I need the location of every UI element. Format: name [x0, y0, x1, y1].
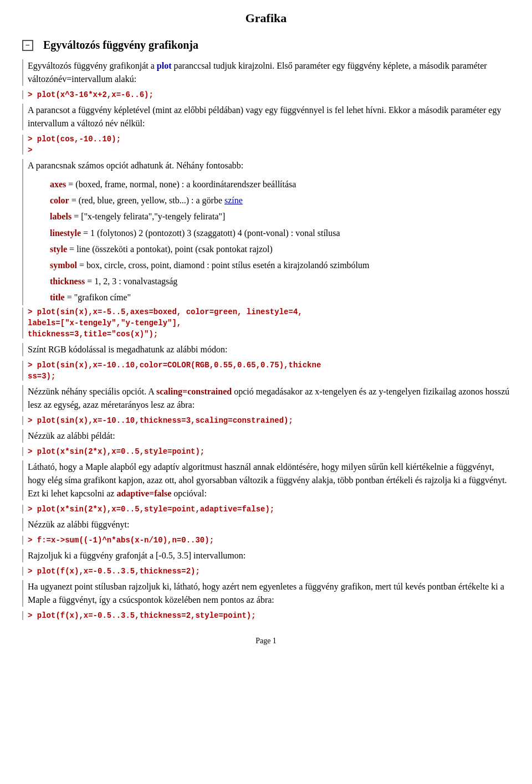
intro-paragraph: Egyváltozós függvény grafikonját a plot …: [28, 59, 510, 86]
para4-text: Színt RGB kódolással is megadhatunk az a…: [28, 343, 510, 356]
prompt-line-5: > plot(sin(x),x=-10..10,thickness=3,scal…: [28, 416, 510, 425]
code-10: > plot(f(x),x=-0.5..3.5,thickness=2,styl…: [28, 611, 256, 620]
para4-block: Színt RGB kódolással is megadhatunk az a…: [22, 343, 510, 356]
option-axes: axes = (boxed, frame, normal, none) : a …: [50, 177, 510, 192]
prompt-line-7: > plot(x*sin(2*x),x=0..5,style=point,ada…: [28, 505, 510, 514]
para8-block: Nézzük az alábbi függvényt:: [22, 518, 510, 531]
prompt-line-4a: > plot(sin(x),x=-10..10,color=COLOR(RGB,…: [28, 361, 510, 370]
para5-block: Nézzünk néhány speciális opciót. A scali…: [22, 385, 510, 412]
para6-block: Nézzük az alábbi példát:: [22, 429, 510, 443]
code-block-7: > plot(x*sin(2*x),x=0..5,style=point,ada…: [22, 505, 510, 514]
code-3c: thickness=3,title="cos(x)");: [28, 330, 158, 339]
para7-block: Látható, hogy a Maple alapból egy adaptí…: [22, 460, 510, 500]
para2-block: A parancsot a függvény képletével (mint …: [22, 104, 510, 130]
prompt-line-3b: labels=["x-tengely","y-tengely"],: [28, 319, 510, 327]
para10-text: Ha ugyanezt point stílusban rajzoljuk ki…: [28, 580, 510, 607]
para3-block: A parancsnak számos opciót adhatunk át. …: [22, 159, 510, 305]
page-title: Grafika: [22, 11, 510, 25]
option-labels: labels = ["x-tengely felirata","y-tengel…: [50, 209, 510, 224]
prompt-line-2: > plot(cos,-10..10);: [28, 135, 510, 144]
option-style: style = line (összeköti a pontokat), poi…: [50, 242, 510, 257]
code-4a: > plot(sin(x),x=-10..10,color=COLOR(RGB,…: [28, 361, 321, 370]
code-7: > plot(x*sin(2*x),x=0..5,style=point,ada…: [28, 505, 274, 514]
option-symbol: symbol = box, circle, cross, point, diam…: [50, 258, 510, 273]
code-3b: labels=["x-tengely","y-tengely"],: [28, 319, 181, 327]
options-block: axes = (boxed, frame, normal, none) : a …: [50, 177, 510, 305]
code-block-4: > plot(sin(x),x=-10..10,color=COLOR(RGB,…: [22, 361, 510, 381]
para5-text: Nézzünk néhány speciális opciót. A scali…: [28, 385, 510, 412]
para9-text: Rajzoljuk ki a függvény grafonját a [-0.…: [28, 549, 510, 562]
code-5: > plot(sin(x),x=-10..10,thickness=3,scal…: [28, 416, 293, 425]
code-4b: ss=3);: [28, 372, 55, 381]
prompt-line-3c: thickness=3,title="cos(x)");: [28, 330, 510, 339]
option-linestyle: linestyle = 1 (folytonos) 2 (pontozott) …: [50, 226, 510, 240]
para8-text: Nézzük az alábbi függvényt:: [28, 518, 510, 531]
code-1: > plot(x^3-16*x+2,x=-6..6);: [28, 90, 154, 99]
section-heading: − Egyváltozós függvény grafikonja: [22, 39, 510, 52]
prompt-line-6: > plot(x*sin(2*x),x=0..5,style=point);: [28, 447, 510, 456]
prompt-line-1: > plot(x^3-16*x+2,x=-6..6);: [28, 90, 510, 99]
code-3a: > plot(sin(x),x=-5..5,axes=boxed, color=…: [28, 308, 303, 316]
code-block-9: > plot(f(x),x=-0.5..3.5,thickness=2);: [22, 567, 510, 576]
code-9: > plot(f(x),x=-0.5..3.5,thickness=2);: [28, 567, 200, 576]
prompt-line-2b: >: [28, 146, 510, 155]
option-thickness: thickness = 1, 2, 3 : vonalvastagság: [50, 274, 510, 289]
code-2b: >: [28, 146, 32, 155]
para6-text: Nézzük az alábbi példát:: [28, 429, 510, 443]
para7-text: Látható, hogy a Maple alapból egy adaptí…: [28, 460, 510, 500]
prompt-line-8: > f:=x->sum((-1)^n*abs(x-n/10),n=0..30);: [28, 536, 510, 545]
code-2: > plot(cos,-10..10);: [28, 135, 121, 144]
page-footer: Page 1: [22, 637, 510, 645]
prompt-line-10: > plot(f(x),x=-0.5..3.5,thickness=2,styl…: [28, 611, 510, 620]
code-8: > f:=x->sum((-1)^n*abs(x-n/10),n=0..30);: [28, 536, 214, 545]
code-block-8: > f:=x->sum((-1)^n*abs(x-n/10),n=0..30);: [22, 536, 510, 545]
prompt-line-9: > plot(f(x),x=-0.5..3.5,thickness=2);: [28, 567, 510, 576]
code-block-5: > plot(sin(x),x=-10..10,thickness=3,scal…: [22, 416, 510, 425]
para3-text: A parancsnak számos opciót adhatunk át. …: [28, 159, 510, 172]
code-block-10: > plot(f(x),x=-0.5..3.5,thickness=2,styl…: [22, 611, 510, 620]
prompt-line-3a: > plot(sin(x),x=-5..5,axes=boxed, color=…: [28, 308, 510, 316]
main-section: − Egyváltozós függvény grafikonja Egyvál…: [22, 39, 510, 620]
intro-block: Egyváltozós függvény grafikonját a plot …: [22, 59, 510, 86]
option-color: color = (red, blue, green, yellow, stb..…: [50, 193, 510, 208]
code-block-1: > plot(x^3-16*x+2,x=-6..6);: [22, 90, 510, 99]
option-title: title = "grafikon címe": [50, 290, 510, 305]
para10-block: Ha ugyanezt point stílusban rajzoljuk ki…: [22, 580, 510, 607]
prompt-line-4b: ss=3);: [28, 372, 510, 381]
code-6: > plot(x*sin(2*x),x=0..5,style=point);: [28, 447, 204, 456]
code-block-6: > plot(x*sin(2*x),x=0..5,style=point);: [22, 447, 510, 456]
collapse-button[interactable]: −: [22, 40, 33, 51]
para2-text: A parancsot a függvény képletével (mint …: [28, 104, 510, 130]
code-block-2: > plot(cos,-10..10); >: [22, 135, 510, 155]
para9-block: Rajzoljuk ki a függvény grafonját a [-0.…: [22, 549, 510, 562]
plot-keyword: plot: [157, 61, 172, 70]
code-block-3: > plot(sin(x),x=-5..5,axes=boxed, color=…: [22, 308, 510, 339]
